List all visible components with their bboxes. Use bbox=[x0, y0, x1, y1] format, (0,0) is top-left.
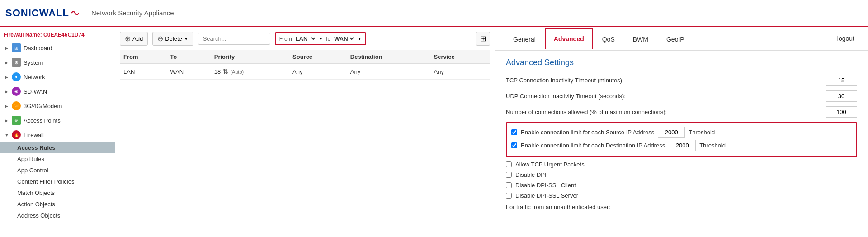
sidebar-item-label: Dashboard bbox=[24, 45, 52, 52]
col-source: Source bbox=[289, 50, 347, 64]
sidebar-subitem-action-objects[interactable]: Action Objects bbox=[0, 199, 115, 210]
udp-timeout-label: UDP Connection Inactivity Timeout (secon… bbox=[506, 93, 820, 100]
sidebar-item-dashboard[interactable]: ▶ ⊞ Dashboard bbox=[0, 41, 115, 55]
network-icon: ● bbox=[12, 72, 21, 81]
disable-dpi-ssl-server-label: Disable DPI-SSL Server bbox=[515, 192, 578, 199]
tcp-urgent-checkbox[interactable] bbox=[506, 161, 512, 167]
dest-limit-label: Enable connection limit for each Destina… bbox=[521, 142, 665, 149]
max-connections-input[interactable] bbox=[826, 106, 857, 118]
dest-limit-row: Enable connection limit for each Destina… bbox=[511, 140, 852, 151]
settings-title: Advanced Settings bbox=[506, 58, 857, 67]
col-destination: Destination bbox=[347, 50, 430, 64]
sidebar-subitem-match-objects[interactable]: Match Objects bbox=[0, 187, 115, 199]
arrow-icon: ▶ bbox=[5, 104, 9, 109]
sidebar-subitem-access-rules[interactable]: Access Rules bbox=[0, 142, 115, 153]
sidebar-subitem-app-control[interactable]: App Control bbox=[0, 165, 115, 176]
firewall-name: Firewall Name: C0EAE46C1D74 bbox=[0, 29, 115, 41]
disable-dpi-ssl-server-checkbox[interactable] bbox=[506, 193, 512, 199]
settings-panel: General Advanced QoS BWM GeoIP logout Ad… bbox=[495, 27, 868, 237]
dest-limit-input[interactable] bbox=[669, 140, 696, 151]
disable-dpi-ssl-client-row: Disable DPI-SSL Client bbox=[506, 182, 857, 189]
sidebar-item-label: Network bbox=[24, 74, 45, 81]
tab-bwm[interactable]: BWM bbox=[624, 28, 657, 49]
disable-dpi-checkbox[interactable] bbox=[506, 172, 512, 178]
sidebar-item-sdwan[interactable]: ▶ ◉ SD-WAN bbox=[0, 84, 115, 99]
udp-timeout-input[interactable] bbox=[826, 90, 857, 102]
sidebar-item-access-points[interactable]: ▶ ⊕ Access Points bbox=[0, 113, 115, 128]
logo-area: SONICWALL Network Security Appliance bbox=[5, 7, 174, 19]
tcp-timeout-row: TCP Connection Inactivity Timeout (minut… bbox=[506, 75, 857, 86]
main-layout: Firewall Name: C0EAE46C1D74 ▶ ⊞ Dashboar… bbox=[0, 27, 868, 237]
table-panel: ⊕ Add ⊖ Delete ▼ From LAN WAN Any ▼ bbox=[115, 27, 495, 237]
modem-icon: 📶 bbox=[12, 101, 21, 110]
sidebar-subitem-content-filter[interactable]: Content Filter Policies bbox=[0, 176, 115, 187]
arrow-icon: ▶ bbox=[5, 60, 9, 65]
tab-qos[interactable]: QoS bbox=[593, 28, 624, 49]
disable-dpi-row: Disable DPI bbox=[506, 171, 857, 178]
source-limit-checkbox[interactable] bbox=[511, 129, 517, 135]
cell-source: Any bbox=[289, 64, 347, 80]
sidebar-subitem-app-rules[interactable]: App Rules bbox=[0, 153, 115, 165]
cell-from: LAN bbox=[120, 64, 166, 80]
system-icon: ⚙ bbox=[12, 58, 21, 67]
tab-general[interactable]: General bbox=[504, 28, 545, 49]
grid-view-button[interactable]: ⊞ bbox=[476, 32, 490, 46]
sidebar-item-firewall[interactable]: ▼ 🔥 Firewall bbox=[0, 128, 115, 142]
source-limit-input[interactable] bbox=[658, 127, 685, 138]
sidebar-item-label: SD-WAN bbox=[24, 88, 47, 95]
sidebar-item-modem[interactable]: ▶ 📶 3G/4G/Modem bbox=[0, 99, 115, 113]
header-product-title: Network Security Appliance bbox=[85, 9, 174, 17]
source-limit-label: Enable connection limit for each Source … bbox=[521, 129, 654, 136]
toolbar: ⊕ Add ⊖ Delete ▼ From LAN WAN Any ▼ bbox=[120, 32, 490, 46]
tab-advanced[interactable]: Advanced bbox=[545, 28, 593, 50]
sidebar-item-network[interactable]: ▶ ● Network bbox=[0, 70, 115, 84]
sidebar-item-label: Firewall bbox=[24, 132, 44, 138]
delete-button[interactable]: ⊖ Delete ▼ bbox=[152, 32, 193, 46]
dropdown-arrow-icon: ▼ bbox=[184, 36, 189, 41]
arrow-down-icon: ▼ bbox=[5, 133, 9, 137]
sidebar: Firewall Name: C0EAE46C1D74 ▶ ⊞ Dashboar… bbox=[0, 27, 115, 237]
disable-dpi-label: Disable DPI bbox=[515, 171, 547, 178]
from-select[interactable]: LAN WAN Any bbox=[294, 35, 317, 43]
arrow-icon: ▶ bbox=[5, 118, 9, 123]
settings-content: Advanced Settings TCP Connection Inactiv… bbox=[495, 51, 868, 218]
disable-dpi-ssl-client-checkbox[interactable] bbox=[506, 182, 512, 188]
logout-link[interactable]: logout bbox=[833, 28, 859, 48]
cell-service: Any bbox=[430, 64, 490, 80]
sidebar-subitem-address-objects[interactable]: Address Objects bbox=[0, 210, 115, 221]
source-threshold-label: Threshold bbox=[689, 129, 715, 136]
dest-limit-checkbox[interactable] bbox=[511, 142, 517, 148]
grid-icon: ⊞ bbox=[480, 35, 486, 43]
tcp-timeout-label: TCP Connection Inactivity Timeout (minut… bbox=[506, 77, 820, 84]
search-input[interactable] bbox=[198, 33, 270, 45]
from-to-filter: From LAN WAN Any ▼ To WAN LAN Any ▼ bbox=[275, 32, 367, 45]
col-from: From bbox=[120, 50, 166, 64]
connection-limit-box: Enable connection limit for each Source … bbox=[506, 122, 857, 157]
arrow-icon: ▶ bbox=[5, 46, 9, 51]
max-connections-label: Number of connections allowed (% of maxi… bbox=[506, 109, 820, 115]
disable-dpi-ssl-client-label: Disable DPI-SSL Client bbox=[515, 182, 576, 189]
tab-geoip[interactable]: GeoIP bbox=[657, 28, 693, 49]
sidebar-item-label: System bbox=[24, 59, 43, 66]
tabs-bar: General Advanced QoS BWM GeoIP logout bbox=[495, 27, 868, 51]
sidebar-item-label: Access Points bbox=[24, 117, 61, 124]
add-button[interactable]: ⊕ Add bbox=[120, 32, 148, 46]
table-row[interactable]: LAN WAN 18 ⇅ (Auto) Any Any Any bbox=[120, 64, 490, 80]
col-service: Service bbox=[430, 50, 490, 64]
sidebar-item-system[interactable]: ▶ ⚙ System bbox=[0, 55, 115, 70]
to-select[interactable]: WAN LAN Any bbox=[332, 35, 355, 43]
dropdown-to-icon: ▼ bbox=[357, 36, 362, 41]
settings-note: For traffic from an unauthenticated user… bbox=[506, 204, 857, 210]
dashboard-icon: ⊞ bbox=[12, 43, 21, 52]
disable-dpi-ssl-server-row: Disable DPI-SSL Server bbox=[506, 192, 857, 199]
access-rules-table: From To Priority Source Destination Serv… bbox=[120, 50, 490, 80]
col-to: To bbox=[166, 50, 211, 64]
sidebar-item-label: 3G/4G/Modem bbox=[24, 103, 62, 109]
arrow-icon: ▶ bbox=[5, 89, 9, 94]
dest-threshold-label: Threshold bbox=[699, 142, 726, 149]
udp-timeout-row: UDP Connection Inactivity Timeout (secon… bbox=[506, 90, 857, 102]
tcp-urgent-label: Allow TCP Urgent Packets bbox=[515, 161, 585, 168]
tcp-timeout-input[interactable] bbox=[826, 75, 857, 86]
cell-to: WAN bbox=[166, 64, 211, 80]
sort-icon[interactable]: ⇅ bbox=[222, 67, 228, 76]
